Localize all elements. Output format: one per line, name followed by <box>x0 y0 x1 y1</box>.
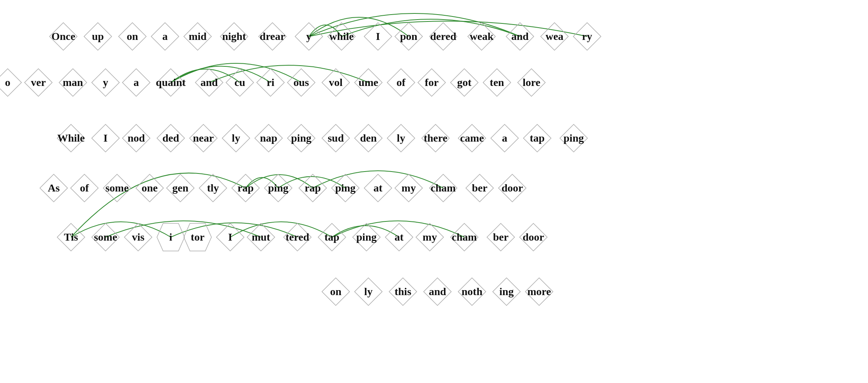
token-text-t67: vis <box>132 231 145 243</box>
token-text-t64: door <box>502 182 523 194</box>
token-text-t37: ded <box>162 132 179 144</box>
token-t75: at <box>384 222 414 253</box>
token-text-t6: night <box>222 30 246 43</box>
token-text-t63: ber <box>472 182 487 194</box>
token-text-t13: weak <box>470 30 493 43</box>
token-text-t35: I <box>104 132 108 144</box>
token-t22: quaint <box>155 67 186 98</box>
token-text-t49: ping <box>564 132 584 144</box>
token-text-t71: mut <box>252 231 270 243</box>
token-t78: ber <box>485 222 516 253</box>
token-text-t40: nap <box>260 132 277 144</box>
token-text-t19: man <box>63 76 83 89</box>
token-text-t22: quaint <box>156 76 186 89</box>
token-t81: ly <box>353 276 384 307</box>
token-t69: tor <box>182 222 213 253</box>
token-text-t30: for <box>425 76 439 89</box>
token-t83: and <box>422 276 453 307</box>
token-text-t55: tly <box>207 182 219 194</box>
token-t71: mut <box>246 222 276 253</box>
token-text-t62: cham <box>431 182 455 194</box>
token-t34: While <box>56 123 86 154</box>
token-text-t34: While <box>57 132 85 144</box>
token-text-t2: up <box>92 30 104 43</box>
token-t73: tap <box>317 222 347 253</box>
token-t15: wea <box>539 21 570 52</box>
token-t44: ly <box>386 123 416 154</box>
token-text-t9: while <box>329 30 354 43</box>
token-text-t43: den <box>360 132 377 144</box>
token-text-t48: tap <box>530 132 545 144</box>
token-t79: door <box>518 222 549 253</box>
token-t76: my <box>414 222 445 253</box>
token-text-t36: nod <box>127 132 145 144</box>
diagram-canvas: OnceuponamidnightdrearywhileIponderedwea… <box>0 0 868 383</box>
token-text-t57: ping <box>268 182 289 194</box>
token-t72: tered <box>282 222 313 253</box>
token-t21: a <box>121 67 152 98</box>
token-text-t46: came <box>460 132 484 144</box>
token-text-t29: of <box>396 76 405 89</box>
token-t49: ping <box>558 123 589 154</box>
token-t23: and <box>194 67 224 98</box>
token-text-t77: cham <box>452 231 477 243</box>
token-text-t17: o <box>5 76 10 89</box>
token-t39: ly <box>221 123 251 154</box>
token-t7: drear <box>257 21 288 52</box>
token-text-t4: a <box>162 30 168 43</box>
token-text-t16: ry <box>582 30 592 43</box>
token-t14: and <box>505 21 535 52</box>
token-text-t50: As <box>48 182 59 194</box>
token-text-t47: a <box>502 132 507 144</box>
token-text-t3: on <box>127 30 138 43</box>
token-t84: noth <box>457 276 487 307</box>
token-text-t12: dered <box>430 30 456 43</box>
token-t45: there <box>420 123 451 154</box>
token-t6: night <box>219 21 249 52</box>
token-t11: pon <box>393 21 424 52</box>
token-text-t38: near <box>193 132 214 144</box>
token-text-t11: pon <box>400 30 417 43</box>
token-text-t7: drear <box>260 30 285 43</box>
token-t64: door <box>497 173 528 203</box>
token-text-t58: rap <box>305 182 321 194</box>
token-t40: nap <box>253 123 284 154</box>
token-text-t18: ver <box>31 76 46 89</box>
token-text-t39: ly <box>232 132 240 144</box>
token-text-t21: a <box>134 76 139 89</box>
svg-marker-16 <box>0 69 21 96</box>
token-t41: ping <box>286 123 317 154</box>
token-t86: more <box>524 276 554 307</box>
token-text-t53: one <box>142 182 158 194</box>
token-t17: o <box>0 67 23 98</box>
token-text-t83: and <box>429 286 446 298</box>
token-text-t31: got <box>457 76 471 89</box>
token-t65: Tis <box>56 222 86 253</box>
token-text-t41: ping <box>291 132 312 144</box>
token-text-t78: ber <box>493 231 508 243</box>
token-text-t69: tor <box>191 231 205 243</box>
token-t37: ded <box>155 123 186 154</box>
token-t48: tap <box>522 123 553 154</box>
token-text-t42: sud <box>328 132 344 144</box>
token-t50: As <box>38 173 69 203</box>
token-t62: cham <box>428 173 459 203</box>
token-text-t28: ume <box>358 76 378 89</box>
token-t26: ous <box>286 67 317 98</box>
token-text-t84: noth <box>462 286 482 298</box>
token-t32: ten <box>482 67 512 98</box>
token-t59: ping <box>330 173 361 203</box>
token-t47: a <box>489 123 520 154</box>
token-t58: rap <box>297 173 328 203</box>
token-t29: of <box>386 67 416 98</box>
token-t80: on <box>320 276 351 307</box>
token-t43: den <box>353 123 384 154</box>
token-text-t74: ping <box>356 231 377 243</box>
token-text-t52: some <box>106 182 129 194</box>
token-t2: up <box>83 21 113 52</box>
token-text-t27: vol <box>329 76 343 89</box>
token-t53: one <box>134 173 165 203</box>
token-t8: y <box>294 21 324 52</box>
token-t13: weak <box>466 21 497 52</box>
token-t85: ing <box>491 276 522 307</box>
